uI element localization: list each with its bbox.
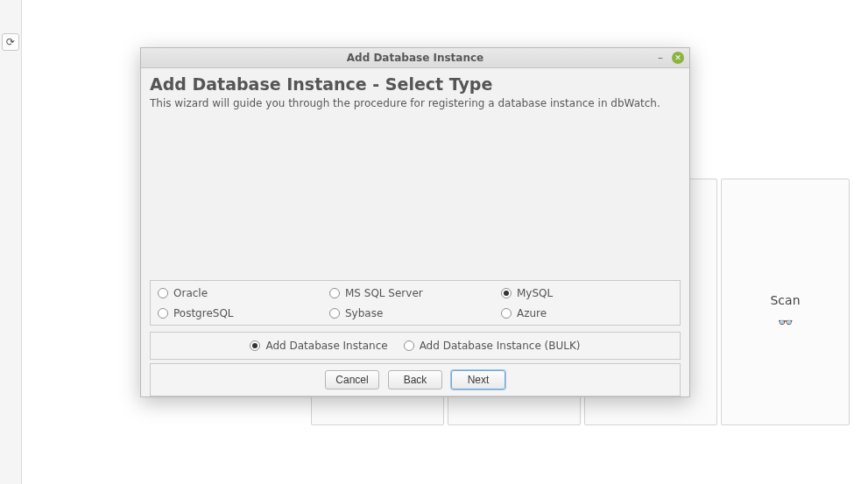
dialog-button-bar: Cancel Back Next (150, 363, 681, 396)
radio-oracle[interactable]: Oracle (158, 287, 329, 299)
radio-mssql[interactable]: MS SQL Server (329, 287, 501, 299)
radio-label: Azure (517, 307, 547, 319)
radio-icon (158, 288, 168, 298)
radio-sybase[interactable]: Sybase (329, 307, 501, 319)
radio-icon (250, 340, 260, 351)
radio-icon (329, 308, 340, 319)
radio-label: Sybase (345, 307, 383, 319)
radio-mysql[interactable]: MySQL (501, 287, 673, 299)
radio-label: PostgreSQL (173, 307, 234, 319)
radio-label: Add Database Instance (BULK) (420, 340, 581, 352)
close-button[interactable]: ✕ (672, 52, 684, 64)
radio-label: Oracle (173, 287, 208, 299)
radio-label: MySQL (517, 287, 553, 299)
add-mode-panel: Add Database Instance Add Database Insta… (150, 332, 681, 360)
left-tool-panel: ⟳ (0, 0, 22, 484)
refresh-button[interactable]: ⟳ (2, 33, 19, 51)
radio-icon (158, 308, 168, 319)
radio-icon (329, 288, 340, 298)
radio-icon (501, 288, 512, 298)
db-type-panel: Oracle MS SQL Server MySQL PostgreSQL Sy… (150, 280, 681, 326)
radio-add-bulk[interactable]: Add Database Instance (BULK) (404, 340, 581, 352)
page-subtitle: This wizard will guide you through the p… (150, 97, 681, 109)
page-title: Add Database Instance - Select Type (150, 74, 681, 94)
radio-icon (501, 308, 512, 319)
binoculars-icon: 👓 (722, 315, 849, 329)
add-database-instance-dialog: Add Database Instance – ✕ Add Database I… (140, 47, 690, 397)
window-title: Add Database Instance (141, 52, 689, 64)
bg-card-scan[interactable]: Scan 👓 (721, 179, 850, 425)
cancel-button[interactable]: Cancel (325, 370, 379, 389)
radio-label: MS SQL Server (345, 287, 423, 299)
radio-postgresql[interactable]: PostgreSQL (158, 307, 329, 319)
minimize-button[interactable]: – (654, 52, 667, 64)
back-button[interactable]: Back (388, 370, 442, 389)
next-button[interactable]: Next (451, 370, 505, 389)
radio-label: Add Database Instance (265, 340, 387, 352)
radio-add-single[interactable]: Add Database Instance (250, 340, 387, 352)
refresh-icon: ⟳ (6, 36, 15, 48)
radio-azure[interactable]: Azure (501, 307, 673, 319)
scan-label: Scan (722, 293, 849, 307)
titlebar: Add Database Instance – ✕ (141, 48, 689, 68)
radio-icon (404, 340, 414, 351)
